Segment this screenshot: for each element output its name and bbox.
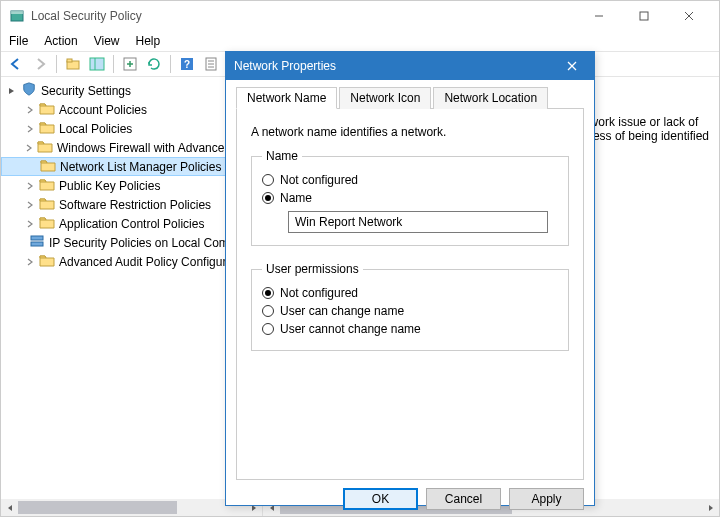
back-button[interactable] — [5, 53, 27, 75]
svg-rect-18 — [31, 242, 43, 246]
radio-perm-can-change[interactable]: User can change name — [262, 302, 558, 320]
tree-item-label: Advanced Audit Policy Configuration — [59, 255, 252, 269]
expand-icon[interactable] — [25, 257, 35, 267]
radio-label: User cannot change name — [280, 322, 421, 336]
permissions-group-legend: User permissions — [262, 262, 363, 276]
tree-item-label: Local Policies — [59, 122, 132, 136]
permissions-group: User permissions Not configured User can… — [251, 262, 569, 351]
radio-icon — [262, 305, 274, 317]
properties-button[interactable] — [200, 53, 222, 75]
refresh-button[interactable] — [143, 53, 165, 75]
svg-rect-3 — [640, 12, 648, 20]
dialog-tabs: Network Name Network Icon Network Locati… — [236, 87, 584, 109]
window-title: Local Security Policy — [31, 9, 576, 23]
main-window: Local Security Policy File Action View H… — [0, 0, 720, 517]
forward-button[interactable] — [29, 53, 51, 75]
tree-root-label: Security Settings — [41, 84, 131, 98]
dialog-button-row: OK Cancel Apply — [226, 480, 594, 517]
show-hide-tree-button[interactable] — [86, 53, 108, 75]
tree-item[interactable]: Network List Manager Policies — [1, 157, 262, 176]
menu-action[interactable]: Action — [44, 34, 77, 48]
radio-perm-cannot-change[interactable]: User cannot change name — [262, 320, 558, 338]
toolbar-separator — [170, 55, 171, 73]
minimize-button[interactable] — [576, 2, 621, 30]
folder-icon — [39, 196, 55, 213]
ok-button[interactable]: OK — [343, 488, 418, 510]
radio-icon — [262, 192, 274, 204]
tree-item-label: Network List Manager Policies — [60, 160, 221, 174]
radio-icon — [262, 174, 274, 186]
radio-name[interactable]: Name — [262, 189, 558, 207]
folder-icon — [39, 120, 55, 137]
toolbar-separator — [113, 55, 114, 73]
no-expand-icon — [26, 162, 36, 172]
tree-item[interactable]: Local Policies — [1, 119, 262, 138]
expand-icon[interactable] — [25, 200, 35, 210]
tree-item[interactable]: Software Restriction Policies — [1, 195, 262, 214]
tree-item[interactable]: Public Key Policies — [1, 176, 262, 195]
name-group: Name Not configured Name — [251, 149, 569, 246]
tree-item[interactable]: Application Control Policies — [1, 214, 262, 233]
network-properties-dialog: Network Properties Network Name Network … — [225, 51, 595, 506]
cancel-button[interactable]: Cancel — [426, 488, 501, 510]
apply-button[interactable]: Apply — [509, 488, 584, 510]
network-name-input[interactable] — [288, 211, 548, 233]
toolbar-separator — [56, 55, 57, 73]
folder-icon — [40, 158, 56, 175]
maximize-button[interactable] — [621, 2, 666, 30]
shield-icon — [21, 82, 37, 99]
svg-rect-1 — [11, 11, 23, 14]
tree-hscrollbar[interactable] — [1, 499, 262, 516]
tree-item[interactable]: IP Security Policies on Local Computer — [1, 233, 262, 252]
tree-pane: Security Settings Account PoliciesLocal … — [1, 77, 263, 516]
tree-item[interactable]: Account Policies — [1, 100, 262, 119]
titlebar: Local Security Policy — [1, 1, 719, 31]
expand-icon[interactable] — [25, 105, 35, 115]
expand-icon[interactable] — [25, 124, 35, 134]
menu-view[interactable]: View — [94, 34, 120, 48]
folder-icon — [39, 253, 55, 270]
dialog-titlebar[interactable]: Network Properties — [226, 52, 594, 80]
tab-pane: A network name identifies a network. Nam… — [236, 108, 584, 480]
export-button[interactable] — [119, 53, 141, 75]
tree-item-label: Account Policies — [59, 103, 147, 117]
radio-icon — [262, 287, 274, 299]
dialog-title-text: Network Properties — [234, 59, 336, 73]
menubar: File Action View Help — [1, 31, 719, 51]
svg-text:?: ? — [184, 59, 190, 70]
radio-perm-not-configured[interactable]: Not configured — [262, 284, 558, 302]
expand-icon[interactable] — [25, 143, 33, 153]
dialog-description: A network name identifies a network. — [251, 125, 569, 139]
folder-icon — [37, 139, 53, 156]
svg-rect-8 — [90, 58, 104, 70]
up-button[interactable] — [62, 53, 84, 75]
tree-item-label: Software Restriction Policies — [59, 198, 211, 212]
scroll-right-icon[interactable] — [702, 499, 719, 516]
name-group-legend: Name — [262, 149, 302, 163]
radio-label: Name — [280, 191, 312, 205]
dialog-close-button[interactable] — [558, 52, 586, 80]
radio-label: Not configured — [280, 286, 358, 300]
folder-icon — [39, 215, 55, 232]
radio-label: Not configured — [280, 173, 358, 187]
tree-item-label: Public Key Policies — [59, 179, 160, 193]
radio-name-not-configured[interactable]: Not configured — [262, 171, 558, 189]
menu-help[interactable]: Help — [136, 34, 161, 48]
svg-rect-17 — [31, 236, 43, 240]
app-icon — [9, 8, 25, 24]
close-button[interactable] — [666, 2, 711, 30]
expand-icon[interactable] — [25, 219, 35, 229]
tab-network-name[interactable]: Network Name — [236, 87, 337, 109]
tab-network-icon[interactable]: Network Icon — [339, 87, 431, 109]
tree-item-label: Application Control Policies — [59, 217, 204, 231]
tree-item[interactable]: Advanced Audit Policy Configuration — [1, 252, 262, 271]
expand-icon[interactable] — [25, 181, 35, 191]
collapse-icon[interactable] — [7, 86, 17, 96]
tree-root[interactable]: Security Settings — [1, 81, 262, 100]
tree-item[interactable]: Windows Firewall with Advanced Security — [1, 138, 262, 157]
menu-file[interactable]: File — [9, 34, 28, 48]
tab-network-location[interactable]: Network Location — [433, 87, 548, 109]
help-button[interactable]: ? — [176, 53, 198, 75]
folder-icon — [39, 101, 55, 118]
scroll-left-icon[interactable] — [1, 499, 18, 516]
